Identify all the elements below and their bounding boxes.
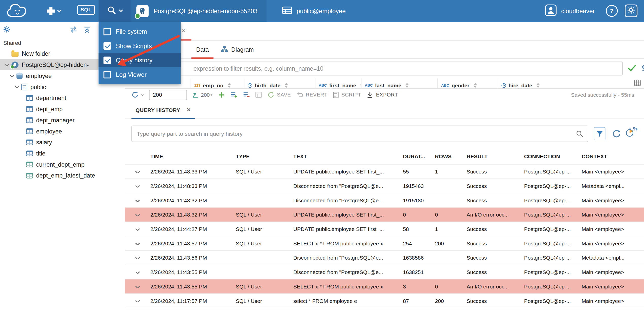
- expand-chevron-icon[interactable]: [135, 285, 140, 288]
- expand-chevron-icon[interactable]: [135, 227, 140, 230]
- auto-refresh-timer-icon[interactable]: 5s: [625, 128, 637, 140]
- close-icon[interactable]: ×: [182, 27, 185, 34]
- result-tab-bar: QUERY HISTORY ×: [125, 101, 644, 119]
- query-history-search-input[interactable]: [131, 126, 588, 142]
- tree-settings-gear-icon[interactable]: [3, 26, 10, 34]
- tab-query-history[interactable]: QUERY HISTORY ×: [131, 101, 195, 119]
- sort-icon[interactable]: [284, 83, 288, 88]
- add-row-button[interactable]: [218, 91, 225, 98]
- sync-navigation-icon[interactable]: [70, 26, 77, 34]
- fetch-more-button[interactable]: 200+: [192, 92, 213, 98]
- cell-context: Main <employee>: [582, 168, 644, 174]
- tree-item[interactable]: dept_emp_latest_date: [0, 170, 125, 181]
- cell-connection: PostgreSQL@ep-...: [524, 226, 582, 232]
- view-menu-dropdown: File system Show Scripts Query history L…: [99, 22, 181, 84]
- cell-rows: 0: [435, 283, 467, 289]
- expand-chevron-icon[interactable]: [135, 270, 140, 274]
- query-history-row[interactable]: 2/26/2024, 11:43:57 PM SQL / User SELECT…: [125, 236, 644, 251]
- checkbox[interactable]: [103, 28, 111, 35]
- column-header-birth-date[interactable]: birth_date: [244, 78, 315, 89]
- expand-chevron-icon[interactable]: [135, 199, 140, 202]
- expand-chevron-icon[interactable]: [135, 213, 140, 216]
- grid-settings-icon[interactable]: [634, 80, 641, 88]
- help-button[interactable]: ?: [606, 5, 618, 17]
- row-limit-input[interactable]: [149, 90, 187, 100]
- tree-item[interactable]: salary: [0, 136, 125, 148]
- query-history-row[interactable]: 2/26/2024, 11:43:55 PM SQL / User SELECT…: [125, 279, 644, 294]
- expand-chevron-icon[interactable]: [135, 184, 140, 187]
- close-icon[interactable]: ×: [187, 107, 191, 113]
- schema-label: public@employee: [297, 7, 346, 14]
- revert-button[interactable]: REVERT: [296, 92, 328, 98]
- menu-item[interactable]: Log Viewer: [99, 67, 181, 82]
- tree-item[interactable]: employee: [0, 126, 125, 137]
- sort-icon[interactable]: [405, 83, 409, 88]
- menu-item[interactable]: Show Scripts: [99, 38, 181, 53]
- chevron-down-icon[interactable]: [15, 84, 19, 88]
- tree-item[interactable]: dept_emp: [0, 103, 125, 114]
- column-header-first-name[interactable]: first_name: [315, 78, 361, 89]
- postgres-icon: [136, 5, 149, 17]
- sort-icon[interactable]: [227, 83, 231, 88]
- script-button[interactable]: SCRIPT: [333, 91, 361, 98]
- query-history-row[interactable]: 2/26/2024, 11:17:57 PM SQL / User select…: [125, 294, 644, 308]
- query-history-row[interactable]: 2/26/2024, 11:48:32 PM SQL / User UPDATE…: [125, 208, 644, 222]
- chevron-down-icon[interactable]: [5, 62, 9, 66]
- grouping-panel-button[interactable]: [255, 91, 262, 98]
- duplicate-row-button[interactable]: [230, 91, 238, 98]
- checkbox[interactable]: [103, 56, 111, 64]
- query-history-row[interactable]: 2/26/2024, 11:43:56 PM Disconnected from…: [125, 251, 644, 265]
- column-header-emp-no[interactable]: emp_no: [191, 78, 244, 89]
- tree-item[interactable]: title: [0, 148, 125, 159]
- query-history-row[interactable]: 2/26/2024, 11:48:32 PM Disconnected from…: [125, 193, 644, 208]
- tree-item[interactable]: department: [0, 92, 125, 104]
- column-header-last-name[interactable]: last_name: [361, 78, 437, 89]
- connection-label: PostgreSQL@ep-hidden-moon-55203: [154, 7, 258, 14]
- view-menu-button[interactable]: [99, 0, 131, 22]
- query-history-row[interactable]: 2/26/2024, 11:44:27 PM SQL / User UPDATE…: [125, 222, 644, 236]
- clear-filter-eraser-icon[interactable]: [641, 64, 644, 73]
- save-button[interactable]: SAVE: [267, 91, 291, 98]
- sort-icon[interactable]: [474, 83, 477, 88]
- menu-item[interactable]: File system: [99, 24, 181, 39]
- expand-chevron-icon[interactable]: [135, 299, 140, 302]
- cloudbeaver-logo-icon[interactable]: [5, 3, 30, 21]
- query-history-row[interactable]: 2/26/2024, 11:48:33 PM Disconnected from…: [125, 179, 644, 193]
- filter-input[interactable]: [131, 62, 623, 75]
- collapse-all-icon[interactable]: [84, 26, 90, 35]
- connection-selector[interactable]: PostgreSQL@ep-hidden-moon-55203: [131, 0, 266, 22]
- tab-data[interactable]: Data: [191, 41, 213, 58]
- tab-diagram[interactable]: Diagram: [217, 41, 258, 58]
- checkbox[interactable]: [103, 42, 111, 49]
- history-refresh-button[interactable]: [612, 129, 621, 138]
- query-history-row[interactable]: 2/26/2024, 11:48:33 PM SQL / User UPDATE…: [125, 165, 644, 179]
- apply-filter-check-icon[interactable]: [628, 64, 636, 73]
- refresh-button[interactable]: [131, 91, 144, 99]
- search-icon[interactable]: [576, 130, 583, 139]
- column-header-gender[interactable]: gender: [437, 78, 498, 89]
- settings-button[interactable]: [625, 5, 637, 17]
- sort-icon[interactable]: [536, 83, 540, 88]
- export-button[interactable]: EXPORT: [367, 91, 398, 98]
- delete-row-button[interactable]: [243, 91, 250, 98]
- expand-chevron-icon[interactable]: [135, 242, 140, 245]
- chevron-down-icon[interactable]: [10, 73, 14, 77]
- query-history-row[interactable]: 2/26/2024, 11:43:55 PM Disconnected from…: [125, 265, 644, 280]
- cell-result: An I/O error occ...: [467, 283, 524, 289]
- menu-item[interactable]: Query history: [99, 53, 181, 67]
- column-header-hire-date[interactable]: hire_date: [498, 78, 572, 89]
- schema-selector[interactable]: public@employee: [276, 0, 351, 22]
- expand-chevron-icon[interactable]: [135, 256, 140, 259]
- cell-type: SQL / User: [236, 240, 293, 246]
- expand-chevron-icon[interactable]: [135, 170, 140, 173]
- cell-context: Metadata <empl...: [582, 183, 644, 189]
- history-filter-button[interactable]: [594, 127, 606, 140]
- checkbox[interactable]: [103, 71, 111, 78]
- node-icon: [11, 52, 19, 56]
- tree-item[interactable]: dept_manager: [0, 114, 125, 126]
- new-connection-button[interactable]: [45, 5, 61, 17]
- column-label: hire_date: [509, 82, 532, 88]
- user-menu-button[interactable]: cloudbeaver: [545, 0, 595, 22]
- tree-item[interactable]: current_dept_emp: [0, 159, 125, 170]
- sql-editor-button[interactable]: SQL: [77, 5, 95, 15]
